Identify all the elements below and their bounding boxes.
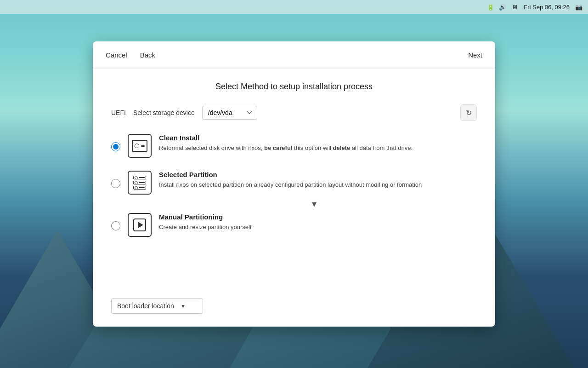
stack-row-1: [133, 176, 146, 179]
play-icon: [133, 218, 146, 231]
bootloader-chevron-icon: ▾: [181, 302, 185, 310]
clean-install-icon-box: [128, 134, 152, 158]
desc-bold2: delete: [333, 144, 351, 151]
selected-partition-desc: Install rlxos on selected partition on a…: [159, 180, 477, 190]
refresh-button[interactable]: ↻: [460, 104, 477, 121]
stack-row-3: [133, 186, 146, 190]
clean-install-radio[interactable]: [111, 142, 120, 151]
uefi-label: UEFI: [111, 109, 126, 116]
uefi-storage-row: UEFI Select storage device /dev/vda /dev…: [111, 104, 477, 121]
dialog-overlay: Cancel Back Next Select Method to setup …: [0, 0, 588, 368]
refresh-icon: ↻: [466, 109, 472, 117]
clean-install-desc: Reformat selected disk drive with rlxos,…: [159, 144, 477, 153]
bootloader-select[interactable]: Boot loader location ▾: [111, 298, 203, 314]
manual-partitioning-title: Manual Partitioning: [159, 213, 477, 221]
clean-install-option[interactable]: Clean Install Reformat selected disk dri…: [111, 134, 477, 158]
stack-row-2: [133, 181, 146, 184]
selected-partition-option[interactable]: Selected Partition Install rlxos on sele…: [111, 171, 477, 195]
bootloader-label: Boot loader location: [117, 302, 174, 310]
manual-partitioning-icon-box: [128, 213, 152, 237]
selected-partition-title: Selected Partition: [159, 171, 477, 178]
dialog-title: Select Method to setup installation proc…: [111, 82, 477, 92]
desc-suffix: all data from that drive.: [350, 144, 413, 151]
selected-partition-text: Selected Partition Install rlxos on sele…: [159, 171, 477, 190]
svg-marker-1: [138, 222, 143, 228]
storage-device-select[interactable]: /dev/vda /dev/sda /dev/sdb: [202, 106, 257, 120]
selected-partition-radio[interactable]: [111, 179, 120, 188]
hdd-icon: [132, 140, 147, 152]
manual-partitioning-radio[interactable]: [111, 221, 120, 230]
dialog-footer: Boot loader location ▾: [93, 291, 495, 327]
storage-device-label: Select storage device: [133, 109, 195, 116]
taskbar: 🔋 🔊 🖥 Fri Sep 06, 09:26 📷: [0, 0, 588, 14]
dialog-content: Select Method to setup installation proc…: [93, 69, 495, 291]
manual-partitioning-desc: Create and resize partition yourself: [159, 223, 477, 232]
install-dialog: Cancel Back Next Select Method to setup …: [93, 41, 495, 327]
next-button[interactable]: Next: [466, 48, 484, 62]
volume-icon: 🔊: [499, 3, 506, 11]
system-clock: Fri Sep 06, 09:26: [524, 4, 570, 11]
cancel-button[interactable]: Cancel: [104, 48, 129, 62]
stack-icon: [133, 176, 146, 190]
desc-prefix: Reformat selected disk drive with rlxos,: [159, 144, 264, 151]
screenshot-icon: 📷: [575, 3, 582, 11]
display-icon: 🖥: [511, 3, 518, 11]
chevron-down-icon: ▾: [312, 198, 317, 209]
taskbar-icons: 🔋 🔊 🖥: [487, 3, 518, 11]
back-button[interactable]: Back: [138, 48, 157, 62]
expand-arrow-area[interactable]: ▾: [152, 198, 477, 209]
clean-install-title: Clean Install: [159, 134, 477, 142]
manual-partitioning-option[interactable]: Manual Partitioning Create and resize pa…: [111, 213, 477, 237]
dialog-header: Cancel Back Next: [93, 41, 495, 69]
desc-bold1: be careful: [264, 144, 292, 151]
manual-partitioning-text: Manual Partitioning Create and resize pa…: [159, 213, 477, 232]
clean-install-text: Clean Install Reformat selected disk dri…: [159, 134, 477, 153]
desc-mid: this option will: [292, 144, 333, 151]
battery-icon: 🔋: [487, 3, 494, 11]
selected-partition-icon-box: [128, 171, 152, 195]
